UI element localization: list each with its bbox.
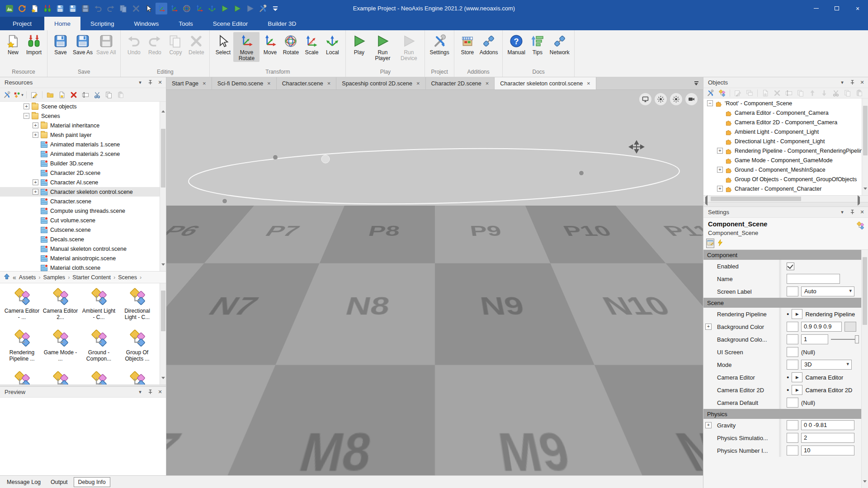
page-star-icon[interactable]: [57, 90, 67, 100]
close-button[interactable]: ×: [847, 0, 868, 17]
rotate-icon[interactable]: [181, 3, 193, 14]
tree-expander[interactable]: +: [33, 122, 38, 128]
dropdown-icon[interactable]: ▾: [137, 80, 143, 86]
reference-expand-button[interactable]: ▶: [792, 385, 802, 395]
pin-icon[interactable]: [147, 80, 153, 86]
more-arrow-icon[interactable]: [269, 3, 281, 14]
object-tree-item[interactable]: Camera Editor 2D - Component_Camera: [703, 117, 868, 127]
ribbon-tab-tools[interactable]: Tools: [169, 17, 203, 30]
tree-expander[interactable]: −: [24, 113, 29, 119]
settings-scrollbar[interactable]: [861, 250, 868, 488]
run-player-button[interactable]: Run Player: [369, 32, 396, 62]
resource-tree-item[interactable]: Character.scene: [0, 197, 166, 206]
asset-item[interactable]: [3, 369, 41, 385]
settings-icon[interactable]: [2, 90, 12, 100]
save-as-button[interactable]: Save As: [71, 32, 94, 56]
document-tab[interactable]: Character 2D.scene×: [426, 77, 495, 89]
reference-expand-button[interactable]: ▶: [792, 372, 802, 382]
dropdown-icon[interactable]: ▾: [839, 80, 845, 86]
checkbox[interactable]: [787, 263, 794, 270]
pin-icon[interactable]: [147, 389, 153, 395]
default-value-box[interactable]: [787, 286, 798, 296]
display-icon[interactable]: [639, 93, 651, 105]
sun-icon[interactable]: [655, 93, 667, 105]
document-tab[interactable]: Character.scene×: [277, 77, 337, 89]
viewport-3d[interactable]: P1P2P3P4P5P6P7P8P9P10P11P12P13P14P15P16N…: [166, 90, 703, 475]
asset-item[interactable]: Game Mode - ...: [41, 328, 80, 369]
tree-expander[interactable]: −: [707, 100, 713, 106]
resource-tree-item[interactable]: Manual skeleton control.scene: [0, 244, 166, 253]
tree-expander[interactable]: +: [33, 132, 38, 138]
close-tab-icon[interactable]: ×: [416, 80, 420, 86]
breadcrumb-back[interactable]: «: [13, 274, 16, 281]
move-rotate-button[interactable]: Move Rotate: [233, 32, 259, 62]
addons-button[interactable]: Addons: [478, 32, 500, 56]
tips-button[interactable]: Tips: [527, 32, 548, 56]
color-swatch[interactable]: [844, 322, 856, 332]
save-icon[interactable]: [54, 3, 66, 14]
move-button[interactable]: Move: [259, 32, 280, 56]
camera-icon[interactable]: [685, 93, 698, 105]
copy-icon[interactable]: [104, 90, 114, 100]
axis-icon[interactable]: [168, 3, 180, 14]
manual-button[interactable]: ?Manual: [505, 32, 527, 56]
resources-scrollbar[interactable]: [160, 102, 166, 271]
dropdown-icon[interactable]: ▾: [839, 209, 845, 216]
refresh-icon[interactable]: [16, 3, 28, 14]
tree-expander[interactable]: +: [717, 148, 723, 154]
resource-tree-item[interactable]: +Character AI.scene: [0, 178, 166, 187]
breadcrumb-item-scenes[interactable]: Scenes: [118, 274, 137, 281]
ribbon-tab-project[interactable]: Project: [0, 17, 44, 30]
default-value-box[interactable]: [787, 334, 798, 344]
ribbon-tab-windows[interactable]: Windows: [124, 17, 169, 30]
bottom-tab-debug-info[interactable]: Debug Info: [74, 477, 110, 487]
pin-icon[interactable]: [849, 80, 855, 86]
axis-icon[interactable]: [156, 3, 167, 14]
close-icon[interactable]: ✕: [859, 209, 865, 216]
delete-icon[interactable]: [130, 3, 142, 14]
minimize-button[interactable]: [806, 0, 826, 17]
resource-tree-item[interactable]: +Mesh paint layer: [0, 130, 166, 140]
close-tab-icon[interactable]: ×: [267, 80, 271, 86]
document-tab[interactable]: Sci-fi Demo.scene×: [212, 77, 277, 89]
settings-button[interactable]: Settings: [428, 32, 451, 56]
value-input[interactable]: 1: [801, 334, 828, 344]
save-all-icon[interactable]: [80, 3, 91, 14]
bottom-tab-output[interactable]: Output: [47, 478, 72, 487]
close-tab-icon[interactable]: ×: [486, 80, 489, 86]
properties-mode-button[interactable]: [706, 239, 714, 248]
store-button[interactable]: Store: [457, 32, 478, 56]
import-button[interactable]: Import: [24, 32, 44, 56]
resource-tree-item[interactable]: Builder 3D.scene: [0, 159, 166, 168]
close-icon[interactable]: ✕: [157, 80, 163, 86]
resource-tree-item[interactable]: Animated materials 2.scene: [0, 149, 166, 159]
resource-tree-item[interactable]: +Character skeleton control.scene: [0, 187, 166, 197]
settings-icon[interactable]: [257, 3, 269, 14]
breadcrumb-item-starter-content[interactable]: Starter Content: [72, 274, 111, 281]
asset-item[interactable]: Camera Editor 2...: [41, 286, 80, 328]
tree-expander[interactable]: +: [24, 103, 29, 109]
object-tree-item[interactable]: +Ground - Component_MeshInSpace: [703, 165, 868, 174]
local-button[interactable]: Local: [322, 32, 343, 56]
scale-button[interactable]: Scale: [301, 32, 322, 56]
save-icon[interactable]: [67, 3, 79, 14]
reference-expand-button[interactable]: ▶: [792, 309, 802, 319]
tree-expander[interactable]: +: [717, 167, 723, 173]
object-tree-item[interactable]: Game Mode - Component_GameMode: [703, 155, 868, 165]
resource-tree-item[interactable]: Character 2D.scene: [0, 168, 166, 178]
resource-tree-item[interactable]: +Scene objects: [0, 102, 166, 111]
copy-icon[interactable]: [118, 3, 129, 14]
close-tab-icon[interactable]: ×: [203, 80, 206, 86]
asset-item[interactable]: Ambient Light - C...: [80, 286, 118, 328]
new-file-icon[interactable]: [29, 3, 41, 14]
ribbon-tab-scripting[interactable]: Scripting: [80, 17, 124, 30]
object-tree-item[interactable]: +Character - Component_Character: [703, 184, 868, 193]
play-icon[interactable]: [231, 3, 243, 14]
close-icon[interactable]: ✕: [859, 80, 865, 86]
resource-tree-item[interactable]: Material cloth.scene: [0, 263, 166, 272]
document-tab[interactable]: Spaceship control 2D.scene×: [336, 77, 425, 89]
undo-icon[interactable]: [92, 3, 104, 14]
close-tab-icon[interactable]: ×: [327, 80, 331, 86]
close-icon[interactable]: ✕: [157, 389, 163, 395]
pin-icon[interactable]: [849, 209, 855, 216]
